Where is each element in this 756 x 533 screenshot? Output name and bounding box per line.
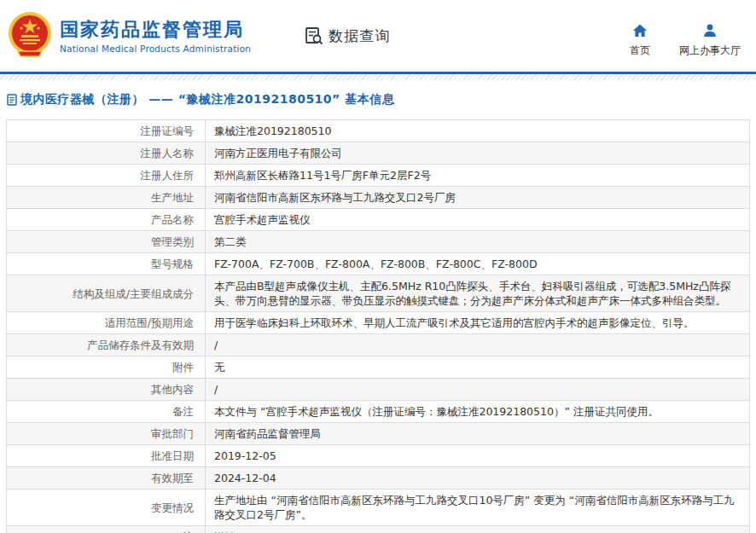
row-label: 适用范围/预期用途: [7, 312, 206, 334]
row-value: 郑州高新区长椿路11号1号厂房F单元2层F2号: [206, 165, 750, 187]
national-emblem-logo: [7, 11, 53, 61]
data-query-label: 数据查询: [329, 26, 390, 46]
nav-home[interactable]: 首页: [630, 23, 650, 58]
row-value: 宫腔手术超声监视仪: [206, 209, 750, 231]
row-label: 管理类别: [7, 231, 206, 253]
table-row: 审批部门河南省药品监督管理局: [7, 423, 750, 445]
row-label: 批准日期: [7, 445, 206, 467]
nav-home-label: 首页: [630, 43, 650, 58]
row-value: 河南方正医用电子有限公司: [206, 142, 750, 165]
table-row: 适用范围/预期用途用于医学临床妇科上环取环术、早期人工流产吸引术及其它适用的宫腔…: [7, 312, 750, 334]
info-table-body: 注册证编号豫械注准20192180510注册人名称河南方正医用电子有限公司注册人…: [7, 120, 750, 533]
row-label: 型号规格: [7, 253, 206, 275]
row-label: 注册人住所: [7, 165, 206, 187]
hatch-strip: [0, 74, 756, 80]
row-value: 河南省药品监督管理局: [206, 423, 750, 445]
table-row: 其他内容/: [7, 379, 750, 401]
row-value: 无: [206, 356, 750, 379]
table-row: 有效期至2024-12-04: [7, 467, 750, 490]
home-icon: [632, 23, 648, 38]
row-value: /: [206, 334, 750, 356]
table-row: 管理类别第二类: [7, 231, 750, 253]
data-query-icon: [304, 26, 324, 46]
row-value: 河南省信阳市高新区东环路与工九路交叉口2号厂房: [206, 187, 750, 209]
row-label: 注: [7, 526, 206, 533]
row-value: 详情: [206, 526, 750, 533]
row-label: 附件: [7, 356, 206, 379]
row-label: 审批部门: [7, 423, 206, 445]
table-row: 备注本文件与 “宫腔手术超声监视仪（注册证编号：豫械注准20192180510）…: [7, 401, 750, 423]
row-label: 其他内容: [7, 379, 206, 401]
document-icon: [7, 94, 17, 106]
row-value: 第二类: [206, 231, 750, 253]
table-row: 产品名称宫腔手术超声监视仪: [7, 209, 750, 231]
row-value: 生产地址由 “河南省信阳市高新区东环路与工九路交叉口10号厂房” 变更为 “河南…: [206, 490, 750, 526]
nav-online-hall[interactable]: 网上办事大厅: [679, 23, 741, 58]
table-row: 注册人名称河南方正医用电子有限公司: [7, 142, 750, 165]
user-icon: [702, 23, 718, 38]
registration-info-table: 注册证编号豫械注准20192180510注册人名称河南方正医用电子有限公司注册人…: [6, 119, 750, 533]
row-value: 2024-12-04: [206, 467, 750, 490]
table-row: 注详情: [7, 526, 750, 533]
table-row: 附件无: [7, 356, 750, 379]
brand-block: 国家药品监督管理局 National Medical Products Admi…: [60, 19, 251, 54]
table-row: 批准日期2019-12-05: [7, 445, 750, 467]
row-value: 用于医学临床妇科上环取环术、早期人工流产吸引术及其它适用的宫腔内手术的超声影像定…: [206, 312, 750, 334]
table-row: 生产地址河南省信阳市高新区东环路与工九路交叉口2号厂房: [7, 187, 750, 209]
row-label: 生产地址: [7, 187, 206, 209]
row-value: FZ-700A、FZ-700B、FZ-800A、FZ-800B、FZ-800C、…: [206, 253, 750, 275]
table-row: 型号规格FZ-700A、FZ-700B、FZ-800A、FZ-800B、FZ-8…: [7, 253, 750, 275]
table-row: 产品储存条件及有效期/: [7, 334, 750, 356]
row-label: 产品储存条件及有效期: [7, 334, 206, 356]
row-label: 有效期至: [7, 467, 206, 490]
row-label: 产品名称: [7, 209, 206, 231]
row-label: 变更情况: [7, 490, 206, 526]
data-query-button[interactable]: 数据查询: [304, 26, 390, 46]
row-value: 2019-12-05: [206, 445, 750, 467]
table-row: 注册人住所郑州高新区长椿路11号1号厂房F单元2层F2号: [7, 165, 750, 187]
brand-subtitle: National Medical Products Administration: [60, 43, 251, 54]
row-label: 注册人名称: [7, 142, 206, 165]
page-title: 境内医疗器械（注册） —— “豫械注准20192180510” 基本信息: [20, 92, 394, 107]
brand-title: 国家药品监督管理局: [60, 19, 251, 41]
row-value: 本文件与 “宫腔手术超声监视仪（注册证编号：豫械注准20192180510）” …: [206, 401, 750, 423]
top-nav: 首页 网上办事大厅: [630, 14, 741, 58]
table-row: 变更情况生产地址由 “河南省信阳市高新区东环路与工九路交叉口10号厂房” 变更为…: [7, 490, 750, 526]
row-label: 备注: [7, 401, 206, 423]
nav-online-hall-label: 网上办事大厅: [679, 43, 741, 58]
row-value: 本产品由B型超声成像仪主机、主配6.5MHz R10凸阵探头、手术台、妇科吸引器…: [206, 275, 750, 312]
row-label: 注册证编号: [7, 120, 206, 142]
table-row: 注册证编号豫械注准20192180510: [7, 120, 750, 142]
page-title-row: 境内医疗器械（注册） —— “豫械注准20192180510” 基本信息: [0, 80, 756, 118]
row-value: 豫械注准20192180510: [206, 120, 750, 142]
row-label: 结构及组成/主要组成成分: [7, 275, 206, 312]
site-header: 国家药品监督管理局 National Medical Products Admi…: [0, 0, 756, 72]
table-row: 结构及组成/主要组成成分本产品由B型超声成像仪主机、主配6.5MHz R10凸阵…: [7, 275, 750, 312]
row-value: /: [206, 379, 750, 401]
